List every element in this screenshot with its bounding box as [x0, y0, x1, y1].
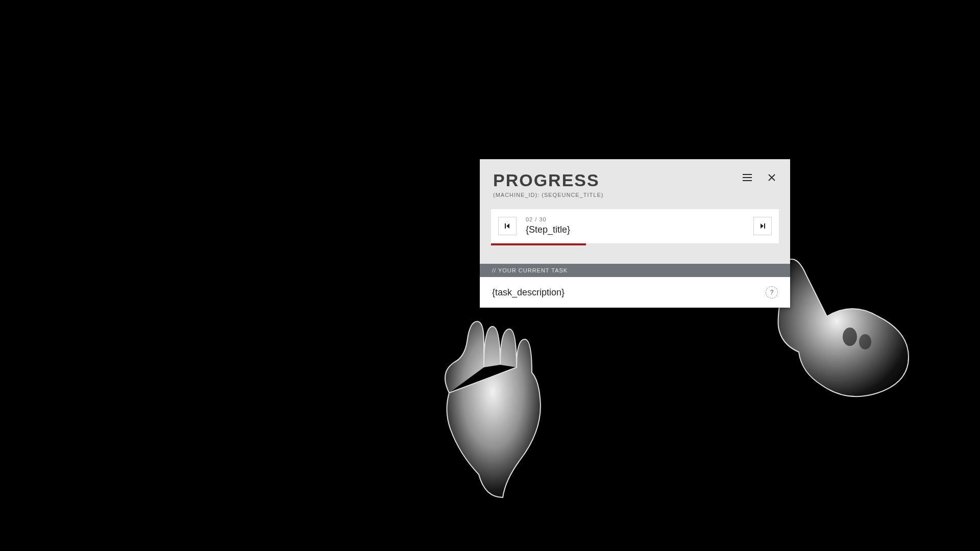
task-description: {task_description} [492, 287, 766, 298]
panel-subtitle: (MACHINE_ID): (SEQEUNCE_TITLE) [493, 192, 603, 198]
svg-point-1 [859, 334, 871, 349]
menu-icon[interactable] [742, 172, 752, 183]
task-bar-label: // YOUR CURRENT TASK [480, 264, 790, 277]
step-count: 02 / 30 [526, 216, 753, 222]
step-card: 02 / 30 {Step_title} [491, 209, 779, 244]
hand-left-decoration [419, 311, 561, 505]
progress-fill [491, 243, 586, 245]
progress-panel: PROGRESS (MACHINE_ID): (SEQEUNCE_TITLE) … [480, 159, 790, 308]
prev-step-button[interactable] [498, 217, 517, 235]
step-title: {Step_title} [526, 224, 753, 235]
help-button[interactable]: ? [766, 286, 778, 298]
panel-title: PROGRESS [493, 171, 603, 189]
task-body: {task_description} ? [480, 277, 790, 308]
close-icon[interactable] [767, 172, 777, 183]
svg-point-0 [843, 328, 857, 346]
progress-track [491, 243, 779, 245]
next-step-button[interactable] [753, 217, 772, 235]
panel-header: PROGRESS (MACHINE_ID): (SEQEUNCE_TITLE) [480, 159, 790, 206]
